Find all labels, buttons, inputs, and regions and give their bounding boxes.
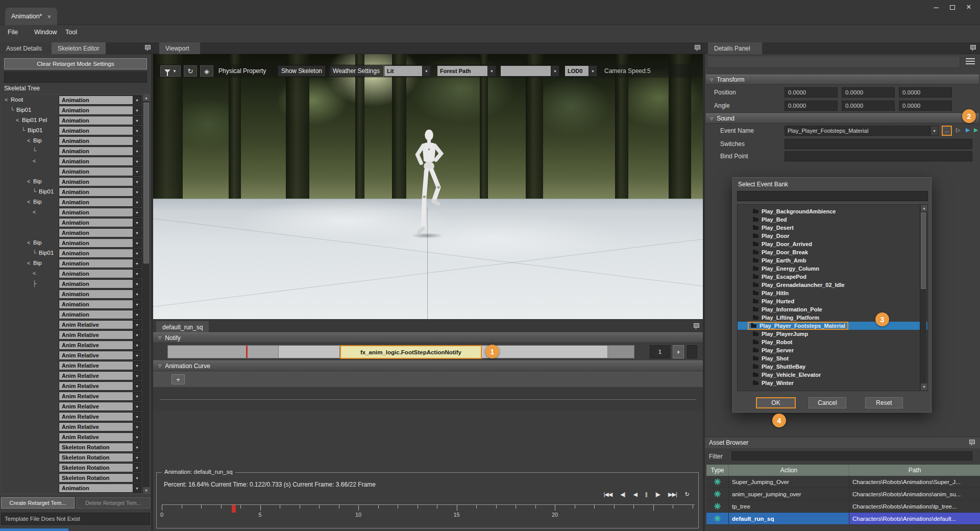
pin-icon[interactable] [970,45,976,51]
track-count-field[interactable]: 1 [650,345,670,358]
tree-row[interactable]: <BipAnimation▼ [2,136,142,146]
scrollbar-thumb[interactable] [143,103,149,263]
retarget-mode-combo[interactable]: Skeleton Rotation▼ [59,453,141,462]
footstep-notify-event[interactable]: fx_anim_logic.FootStepActionNotify [340,345,482,359]
scrollbar-thumb[interactable] [921,212,926,289]
browse-event-button[interactable]: ... [942,126,952,136]
event-bank-item[interactable]: Play_Grenadelauncher_02_Idle [738,281,927,289]
switches-field[interactable] [785,139,972,149]
tree-row[interactable]: Anim Relative▼ [2,330,142,340]
play-reverse-button[interactable]: ◀ [633,491,636,498]
retarget-mode-combo[interactable]: Animation▼ [59,238,141,248]
tree-row[interactable]: <Animation▼ [2,156,142,166]
menu-file[interactable]: File [8,29,18,36]
retarget-mode-combo[interactable]: Animation▼ [59,147,141,156]
retarget-mode-combo[interactable]: Animation▼ [59,95,141,105]
play-blue-icon[interactable]: ▶ [966,127,970,133]
tree-row[interactable]: Anim Relative▼ [2,412,142,422]
add-track-button[interactable]: + [673,345,684,358]
tree-row[interactable]: <Bip01 PelAnimation▼ [2,115,142,126]
event-bank-item[interactable]: Play_HitIn [738,289,927,297]
show-skeleton-button[interactable]: Show Skeleton [278,65,326,77]
tab-asset-details[interactable]: Asset Details [0,42,52,54]
sound-section-header[interactable]: ▽ Sound [706,113,979,124]
tree-row[interactable]: <Animation▼ [2,207,142,218]
tree-row[interactable]: <BipAnimation▼ [2,258,142,269]
tree-row[interactable]: ├Animation▼ [2,279,142,289]
event-bank-item[interactable]: Play_Robot [738,338,927,346]
scroll-up-icon[interactable]: ▲ [143,94,150,101]
skip-start-button[interactable]: |◀◀ [603,491,612,498]
retarget-mode-combo[interactable]: Animation▼ [59,187,141,197]
ok-button[interactable]: OK [756,397,796,408]
retarget-mode-combo[interactable]: Animation▼ [59,228,141,237]
tree-row[interactable]: <BipAnimation▼ [2,177,142,187]
play-green-icon[interactable]: ▶ [974,127,978,133]
retarget-mode-combo[interactable]: Animation▼ [59,259,141,268]
retarget-mode-combo[interactable]: Animation▼ [59,167,141,176]
tree-row[interactable]: Anim Relative▼ [2,360,142,371]
event-bank-search-input[interactable] [737,191,928,201]
column-action[interactable]: Action [729,465,849,476]
tree-row[interactable]: Animation▼ [2,218,142,228]
tree-row[interactable]: <Animation▼ [2,269,142,279]
physical-property-label[interactable]: Physical Property [218,64,266,78]
tree-row[interactable]: Animation▼ [2,309,142,320]
retarget-mode-combo[interactable]: Animation▼ [59,157,141,166]
retarget-mode-combo[interactable]: Anim Relative▼ [59,422,141,431]
scroll-down-icon[interactable]: ▼ [143,487,150,494]
ruler-playhead[interactable] [232,505,236,513]
angle-x-field[interactable]: 0.0000 [785,101,838,111]
notify-track[interactable]: fx_anim_logic.FootStepActionNotify [167,345,634,358]
pin-icon[interactable] [969,440,975,446]
retarget-mode-combo[interactable]: Animation▼ [59,310,141,319]
retarget-mode-combo[interactable]: Anim Relative▼ [59,381,141,391]
retarget-mode-combo[interactable]: Skeleton Rotation▼ [59,443,141,452]
reset-button[interactable]: Reset [865,397,903,408]
tree-row[interactable]: Anim Relative▼ [2,432,142,442]
position-z-field[interactable]: 0.0000 [899,87,952,98]
tree-row[interactable]: Anim Relative▼ [2,401,142,412]
retarget-mode-combo[interactable]: Animation▼ [59,208,141,217]
tree-row[interactable]: Animation▼ [2,228,142,238]
curve-area[interactable] [153,388,703,411]
tree-row[interactable]: Anim Relative▼ [2,391,142,401]
event-bank-item[interactable]: Play_Server [738,346,927,354]
tree-row[interactable]: Animation▼ [2,483,142,493]
retarget-mode-combo[interactable]: Skeleton Rotation▼ [59,473,141,482]
tree-row[interactable]: Animation▼ [2,166,142,177]
retarget-mode-combo[interactable]: Animation▼ [59,300,141,309]
tree-row[interactable]: <RootAnimation▼ [2,95,142,105]
retarget-mode-combo[interactable]: Animation▼ [59,289,141,299]
tree-row[interactable]: Anim Relative▼ [2,350,142,360]
event-bank-item[interactable]: Play_Information_Pole [738,305,927,313]
angle-y-field[interactable]: 0.0000 [842,101,895,111]
document-tab[interactable]: Animation* × [5,8,57,25]
close-button[interactable]: × [961,1,977,13]
retarget-mode-combo[interactable]: Anim Relative▼ [59,402,141,411]
event-bank-item[interactable]: Play_PlayerJump [738,330,927,338]
retarget-mode-combo[interactable]: Anim Relative▼ [59,392,141,401]
timeline-ruler[interactable]: 05101520 [162,504,695,526]
retarget-mode-combo[interactable]: Animation▼ [59,106,141,115]
notify-extra-box[interactable] [687,345,697,358]
menu-icon[interactable] [966,58,975,65]
column-type[interactable]: Type [706,465,729,476]
pin-icon[interactable] [693,323,699,329]
tab-close-icon[interactable]: × [47,13,51,20]
pin-icon[interactable] [694,45,700,51]
filter-input[interactable] [731,451,972,461]
retarget-mode-combo[interactable]: Animation▼ [59,116,141,125]
scroll-up-icon[interactable]: ▲ [921,205,927,211]
event-bank-item[interactable]: Play_Desert [738,224,927,232]
retarget-mode-combo[interactable]: Animation▼ [59,126,141,135]
tree-row[interactable]: Skeleton Rotation▼ [2,473,142,483]
maximize-button[interactable] [944,1,961,13]
event-bank-item[interactable]: Play_Shot [738,354,927,363]
retarget-mode-combo[interactable]: Animation▼ [59,136,141,146]
create-retarget-button[interactable]: Create Retarget Tem... [1,497,75,509]
tree-row[interactable]: Animation▼ [2,289,142,299]
pause-button[interactable]: || [645,491,647,498]
event-bank-item[interactable]: Play_Door_Arrived [738,240,927,248]
delete-retarget-button[interactable]: Delete Retarget Tem... [77,497,150,509]
